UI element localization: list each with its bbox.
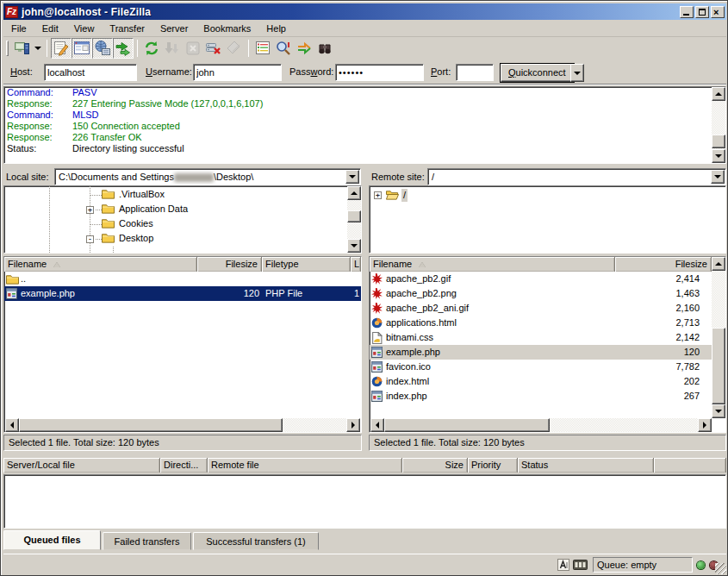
quickconnect-button[interactable]: Quickconnect [501, 64, 574, 82]
host-input[interactable] [44, 64, 137, 81]
column-header-status[interactable]: Status [518, 458, 654, 473]
local-list-scroll-left-button[interactable] [5, 418, 19, 432]
collapse-icon[interactable]: - [86, 235, 94, 243]
local-tree-scroll-thumb[interactable] [347, 210, 361, 222]
find-files-button[interactable] [314, 38, 335, 59]
log-scroll-up-button[interactable] [712, 87, 725, 101]
reconnect-button [224, 38, 245, 59]
remote-list-scroll-right-button[interactable] [698, 418, 712, 432]
toggle-message-log-button[interactable] [51, 38, 72, 59]
file-row[interactable]: index.php267 [370, 389, 712, 404]
log-scroll-thumb[interactable] [712, 135, 725, 148]
file-row[interactable]: bitnami.css2,142 [370, 330, 712, 345]
site-manager-dropdown[interactable] [33, 38, 43, 59]
tree-item-desktop[interactable]: Desktop [117, 232, 155, 245]
remote-list-scroll-down-button[interactable] [712, 404, 725, 418]
file-row[interactable]: index.html202 [370, 374, 712, 389]
column-header-filesize[interactable]: Filesize [615, 257, 712, 272]
column-header-filename[interactable]: Filename [4, 257, 197, 272]
tab-queued-files[interactable]: Queued files [3, 530, 101, 550]
local-file-list: Filename Filesize Filetype L .. example.… [3, 256, 362, 433]
tree-item-root[interactable]: / [401, 189, 408, 202]
toolbar-grip[interactable] [6, 41, 9, 56]
file-row[interactable]: apache_pb2.png1,463 [370, 286, 712, 301]
column-header-filename[interactable]: Filename [370, 257, 615, 272]
php-file-icon [6, 288, 17, 299]
tree-item-application-data[interactable]: Application Data [117, 203, 190, 216]
speed-limit-icon[interactable] [573, 560, 588, 570]
local-list-hscroll-thumb[interactable] [19, 418, 283, 432]
remote-list-scroll-left-button[interactable] [370, 418, 384, 432]
menu-transfer[interactable]: Transfer [102, 21, 152, 36]
file-row-selected[interactable]: example.php120 [370, 345, 712, 360]
tree-item-cookies[interactable]: Cookies [117, 217, 155, 230]
remote-site-dropdown[interactable] [711, 170, 725, 184]
quickconnect-dropdown[interactable] [570, 64, 584, 82]
column-header-direction[interactable]: Directi... [160, 458, 208, 473]
file-row[interactable]: applications.html2,713 [370, 316, 712, 330]
title-bar[interactable]: Fz john@localhost - FileZilla × [3, 3, 726, 20]
file-row[interactable]: apache_pb2.gif2,414 [370, 272, 712, 286]
column-header-remote-file[interactable]: Remote file [208, 458, 402, 473]
remote-site-path: / [432, 172, 434, 182]
refresh-icon [143, 40, 160, 57]
column-header-filetype[interactable]: Filetype [262, 257, 351, 272]
password-input[interactable] [335, 64, 424, 81]
column-header-lastmodified[interactable]: L [351, 257, 361, 272]
column-header-filesize[interactable]: Filesize [197, 257, 262, 272]
transfer-queue-list[interactable] [3, 474, 726, 529]
column-header-empty [654, 458, 726, 473]
queue-status-text: Queue: empty [593, 557, 693, 573]
local-site-dropdown[interactable] [345, 170, 359, 184]
directory-comparison-button[interactable] [273, 38, 294, 59]
menu-bookmarks[interactable]: Bookmarks [196, 21, 258, 36]
local-list-scroll-right-button[interactable] [346, 418, 360, 432]
directory-filter-button[interactable] [252, 38, 273, 59]
menu-server[interactable]: Server [152, 21, 196, 36]
file-row-parent-dir[interactable]: .. [4, 272, 361, 286]
find-files-icon [316, 40, 333, 57]
minimize-button[interactable] [680, 6, 694, 18]
tree-item-virtualbox[interactable]: .VirtualBox [117, 188, 166, 201]
remote-site-combobox[interactable]: / [427, 168, 726, 185]
directory-comparison-icon [275, 40, 292, 57]
ascii-data-type-icon[interactable] [557, 559, 569, 571]
queue-header: Server/Local file Directi... Remote file… [3, 458, 726, 473]
close-button[interactable]: × [711, 6, 725, 18]
tree-guide [90, 186, 90, 254]
toggle-local-tree-button[interactable] [72, 38, 92, 59]
resize-grip[interactable] [715, 563, 726, 574]
log-scroll-down-button[interactable] [712, 149, 725, 163]
menu-view[interactable]: View [66, 21, 103, 36]
column-header-size[interactable]: Size [402, 458, 468, 473]
file-row[interactable]: apache_pb2_ani.gif2,160 [370, 301, 712, 316]
menu-file[interactable]: File [3, 21, 34, 36]
expand-icon[interactable]: + [374, 191, 382, 199]
remote-list-scroll-up-button[interactable] [712, 257, 725, 271]
refresh-button[interactable] [141, 38, 162, 59]
remote-list-hscroll-thumb[interactable] [384, 418, 550, 432]
file-row[interactable]: favicon.ico7,782 [370, 360, 712, 374]
arrow-down-icon [715, 410, 722, 413]
local-site-combobox[interactable]: C:\Documents and Settings\Desktop\ [54, 168, 361, 185]
toggle-transfer-queue-button[interactable] [113, 38, 134, 59]
column-header-priority[interactable]: Priority [468, 458, 518, 473]
disconnect-button[interactable] [203, 38, 224, 59]
column-header-server-local-file[interactable]: Server/Local file [3, 458, 160, 473]
port-input[interactable] [456, 64, 494, 81]
file-row-example-php[interactable]: example.php 120 PHP File 1 [4, 286, 361, 301]
host-label: Host: [10, 66, 33, 77]
menu-help[interactable]: Help [258, 21, 294, 36]
remote-list-vscroll-thumb[interactable] [712, 328, 725, 404]
maximize-button[interactable] [695, 6, 709, 18]
expand-icon[interactable]: + [86, 206, 94, 214]
synchronized-browsing-button[interactable] [294, 38, 314, 59]
tab-failed-transfers[interactable]: Failed transfers [103, 532, 191, 550]
menu-edit[interactable]: Edit [34, 21, 66, 36]
local-tree-scroll-up-button[interactable] [347, 186, 361, 200]
username-input[interactable] [193, 64, 282, 81]
toggle-remote-tree-button[interactable] [92, 38, 113, 59]
site-manager-button[interactable] [12, 38, 33, 59]
local-tree-scroll-down-button[interactable] [347, 239, 361, 253]
tab-successful-transfers[interactable]: Successful transfers (1) [193, 532, 319, 550]
